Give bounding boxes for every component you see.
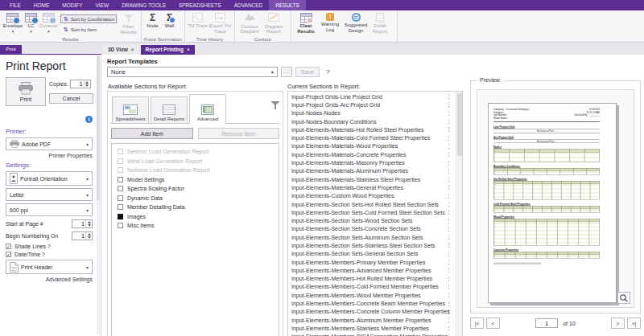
zoom-button[interactable] bbox=[617, 292, 630, 304]
drag-handle-icon[interactable]: ⋮ bbox=[446, 143, 452, 150]
checkbox[interactable] bbox=[118, 186, 123, 191]
report-section-row[interactable]: Input-Elements-Members-Primary Member Pr… bbox=[288, 258, 455, 266]
report-section-row[interactable]: Input-Elements-Materials-Wood Properties… bbox=[288, 142, 455, 150]
shade-lines-checkbox-row[interactable]: ✓ Shade Lines ? bbox=[6, 244, 93, 249]
last-page-button[interactable]: >| bbox=[627, 318, 641, 329]
drag-handle-icon[interactable]: ⋮ bbox=[446, 110, 452, 117]
checkbox[interactable] bbox=[118, 158, 123, 164]
print-header-select[interactable]: Print Header ▾ bbox=[6, 260, 93, 274]
drag-handle-icon[interactable]: ⋮ bbox=[446, 226, 452, 232]
drag-handle-icon[interactable]: ⋮ bbox=[446, 118, 452, 125]
checkbox[interactable] bbox=[118, 214, 123, 219]
suggested-design-button[interactable]: Suggested Design bbox=[342, 12, 369, 33]
drag-handle-icon[interactable]: ⋮ bbox=[446, 151, 452, 158]
print-panel-tab[interactable]: Print bbox=[0, 45, 22, 54]
datetime-checkbox-row[interactable]: ✓ Date/Time ? bbox=[6, 252, 93, 257]
report-section-row[interactable]: Input-Project Grids-Line Project Grid ⋮ bbox=[288, 92, 455, 100]
report-section-row[interactable]: Input-Elements-Materials-Stainless Steel… bbox=[288, 175, 455, 183]
report-section-row[interactable]: Input-Elements-Members-RISAConnection Me… bbox=[288, 333, 455, 336]
report-section-row[interactable]: Input-Project Grids-Arc Project Grid ⋮ bbox=[288, 100, 455, 109]
ribbon-tab[interactable]: FILE bbox=[3, 0, 27, 10]
report-section-row[interactable]: Input-Elements-Section Sets-Wood Section… bbox=[288, 216, 455, 224]
spinner-buttons[interactable] bbox=[85, 220, 92, 227]
drag-handle-icon[interactable]: ⋮ bbox=[446, 176, 452, 182]
report-template-select[interactable]: None ▾ bbox=[107, 67, 278, 77]
scrollbar-thumb[interactable] bbox=[97, 55, 100, 200]
report-section-row[interactable]: Input-Elements-Members-Concrete Beam Mem… bbox=[288, 299, 455, 307]
report-section-row[interactable]: Input-Elements-Members-Advanced Member P… bbox=[288, 266, 455, 274]
th-trace-button[interactable]: TH Trace bbox=[188, 12, 208, 29]
orientation-select[interactable]: Portrait Orientation ▾ bbox=[6, 171, 93, 186]
checkbox[interactable] bbox=[118, 204, 123, 210]
drag-handle-icon[interactable]: ⋮ bbox=[446, 101, 452, 108]
checkbox[interactable] bbox=[118, 149, 123, 154]
copies-input[interactable] bbox=[71, 80, 84, 88]
drag-handle-icon[interactable]: ⋮ bbox=[446, 184, 452, 191]
drag-handle-icon[interactable]: ⋮ bbox=[446, 309, 452, 315]
report-section-row[interactable]: Input-Elements-Materials-Concrete Proper… bbox=[288, 150, 455, 158]
section-checkbox-row[interactable]: Member Detailing Data bbox=[118, 203, 279, 212]
ribbon-tab[interactable]: DRAWING TOOLS bbox=[115, 0, 172, 10]
envelope-button[interactable]: Envelope ▾ bbox=[2, 12, 23, 33]
report-section-row[interactable]: Input-Elements-Section Sets-Concrete Sec… bbox=[288, 225, 455, 233]
drag-handle-icon[interactable]: ⋮ bbox=[446, 160, 452, 166]
ribbon-tab[interactable]: RESULTS bbox=[269, 0, 306, 10]
section-checkbox-row[interactable]: Notional Load Generation Report bbox=[118, 166, 279, 175]
detail-report-button[interactable]: Detail Report bbox=[369, 12, 390, 34]
contour-diagram-button[interactable]: Contour Diagram bbox=[237, 12, 262, 35]
start-at-page-input[interactable] bbox=[72, 220, 85, 227]
panel-scrollbar[interactable] bbox=[97, 55, 100, 334]
checkbox-checked[interactable]: ✓ bbox=[6, 252, 11, 257]
section-checkbox-row[interactable]: Model Settings bbox=[118, 175, 279, 185]
report-section-row[interactable]: Input-Elements-Members-Cold Formed Membe… bbox=[288, 283, 455, 291]
section-checkbox-row[interactable]: Wind Load Generation Report bbox=[118, 157, 279, 166]
browse-templates-button[interactable]: ... bbox=[281, 67, 292, 77]
section-checkbox-row[interactable]: Seismic Load Generation Report bbox=[118, 147, 279, 157]
next-page-button[interactable]: > bbox=[611, 318, 625, 329]
drag-handle-icon[interactable]: ⋮ bbox=[446, 234, 452, 240]
spinner-buttons[interactable] bbox=[85, 232, 92, 240]
tab-spreadsheets[interactable]: Spreadsheets bbox=[112, 96, 149, 123]
report-section-row[interactable]: Input-Elements-Section Sets-Stainless St… bbox=[288, 241, 455, 249]
previous-page-button[interactable]: < bbox=[486, 318, 500, 329]
begin-numbering-input[interactable] bbox=[72, 232, 85, 240]
ribbon-tab[interactable]: ADVANCED bbox=[228, 0, 270, 10]
tab-advanced[interactable]: Advanced bbox=[189, 94, 226, 124]
drag-handle-icon[interactable]: ⋮ bbox=[446, 193, 452, 199]
section-checkbox-row[interactable]: Misc Items bbox=[118, 221, 279, 231]
checkbox[interactable] bbox=[118, 177, 123, 182]
drag-handle-icon[interactable]: ⋮ bbox=[446, 209, 452, 215]
filter-results-button[interactable]: Filter Results bbox=[118, 12, 138, 35]
node-button[interactable]: Σ Node bbox=[144, 12, 161, 29]
report-section-row[interactable]: Input-Elements-Members-Aluminum Member P… bbox=[288, 316, 455, 324]
report-section-row[interactable]: Input-Elements-Section Sets-Hot Rolled S… bbox=[288, 200, 455, 208]
page-number-input[interactable] bbox=[535, 318, 558, 328]
drag-handle-icon[interactable]: ⋮ bbox=[446, 93, 452, 100]
tab-detail-reports[interactable]: Detail Reports bbox=[151, 96, 188, 123]
close-icon[interactable]: × bbox=[131, 45, 134, 55]
drag-handle-icon[interactable]: ⋮ bbox=[446, 135, 452, 141]
wall-button[interactable]: Σ Wall bbox=[161, 12, 178, 29]
drag-handle-icon[interactable]: ⋮ bbox=[446, 325, 452, 331]
report-section-row[interactable]: Input-Elements-Custom Wood Properties ⋮ bbox=[288, 192, 455, 200]
filter-icon[interactable] bbox=[270, 101, 280, 110]
report-section-row[interactable]: Input-Elements-Section Sets-Aluminum Sec… bbox=[288, 233, 455, 241]
drag-handle-icon[interactable]: ⋮ bbox=[446, 126, 452, 133]
drag-handle-icon[interactable]: ⋮ bbox=[446, 242, 452, 248]
checkbox[interactable] bbox=[118, 223, 123, 228]
tab-3d-view[interactable]: 3D View × bbox=[103, 45, 139, 55]
section-checkbox-row[interactable]: Images bbox=[118, 212, 279, 222]
diagram-report-button[interactable]: Diagram Report bbox=[262, 12, 286, 35]
drag-handle-icon[interactable]: ⋮ bbox=[446, 201, 452, 207]
close-icon[interactable]: × bbox=[187, 45, 190, 55]
report-section-row[interactable]: Input-Nodes-Boundary Conditions ⋮ bbox=[288, 117, 455, 125]
drag-handle-icon[interactable]: ⋮ bbox=[446, 276, 452, 282]
scrollbar-thumb[interactable] bbox=[457, 93, 462, 156]
print-button[interactable]: Print bbox=[6, 77, 46, 106]
export-th-trace-button[interactable]: Export TH Trace bbox=[208, 12, 232, 34]
ribbon-tab[interactable]: SPREADSHEETS bbox=[172, 0, 228, 10]
printer-select[interactable]: Adobe PDF ▾ bbox=[6, 137, 93, 150]
ribbon-tab[interactable]: VIEW bbox=[89, 0, 116, 10]
printer-properties-link[interactable]: Printer Properties bbox=[6, 153, 93, 158]
first-page-button[interactable]: |< bbox=[470, 318, 484, 329]
